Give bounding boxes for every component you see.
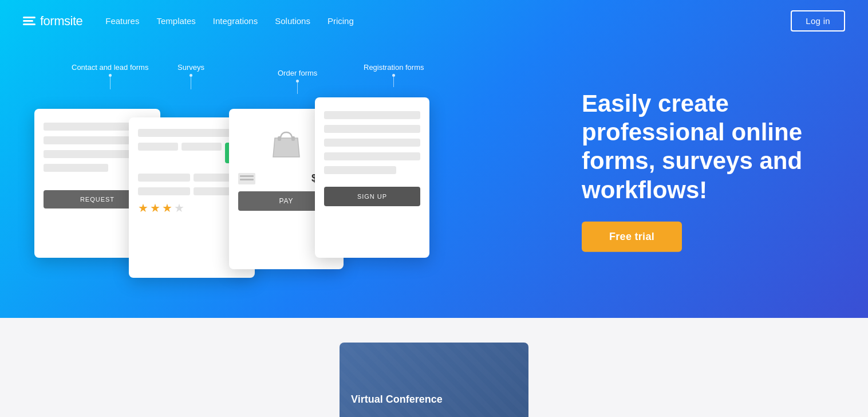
card-icon: [238, 173, 255, 184]
header: formsite Features Templates Integrations…: [0, 0, 868, 42]
logo-icon: [23, 17, 35, 25]
svg-rect-1: [291, 136, 295, 141]
free-trial-button[interactable]: Free trial: [582, 222, 682, 252]
conference-card-bg: [340, 343, 528, 417]
signup-button[interactable]: SIGN UP: [324, 187, 420, 206]
hero-content: Easily create professional online forms,…: [582, 89, 822, 252]
nav-solutions[interactable]: Solutions: [275, 16, 310, 26]
logo-line-2: [23, 20, 33, 22]
logo[interactable]: formsite: [23, 14, 82, 29]
logo-line-3: [23, 23, 35, 25]
logo-text: formsite: [40, 14, 82, 29]
star-1: ★: [138, 201, 148, 215]
hero-section: Contact and lead forms Surveys Order for…: [0, 0, 868, 318]
label-contact: Contact and lead forms: [72, 63, 148, 89]
forms-illustration: Contact and lead forms Surveys Order for…: [34, 63, 527, 315]
login-button[interactable]: Log in: [791, 10, 845, 32]
logo-line-1: [23, 17, 35, 18]
hero-title: Easily create professional online forms,…: [582, 89, 822, 204]
label-surveys: Surveys: [177, 63, 204, 89]
below-hero-section: Virtual Conference: [0, 318, 868, 417]
star-3: ★: [162, 201, 172, 215]
main-nav: Features Templates Integrations Solution…: [105, 16, 791, 26]
shopping-bag-icon: [266, 124, 306, 164]
nav-features[interactable]: Features: [105, 16, 139, 26]
star-4: ★: [174, 201, 184, 215]
nav-pricing[interactable]: Pricing: [328, 16, 354, 26]
conference-title: Virtual Conference: [351, 394, 517, 406]
registration-form-card: SIGN UP: [315, 97, 429, 258]
conference-card[interactable]: Virtual Conference: [340, 343, 528, 417]
svg-rect-0: [278, 136, 281, 141]
star-2: ★: [150, 201, 160, 215]
label-registration: Registration forms: [364, 63, 424, 87]
nav-integrations[interactable]: Integrations: [213, 16, 258, 26]
nav-templates[interactable]: Templates: [156, 16, 195, 26]
label-order: Order forms: [278, 69, 317, 94]
